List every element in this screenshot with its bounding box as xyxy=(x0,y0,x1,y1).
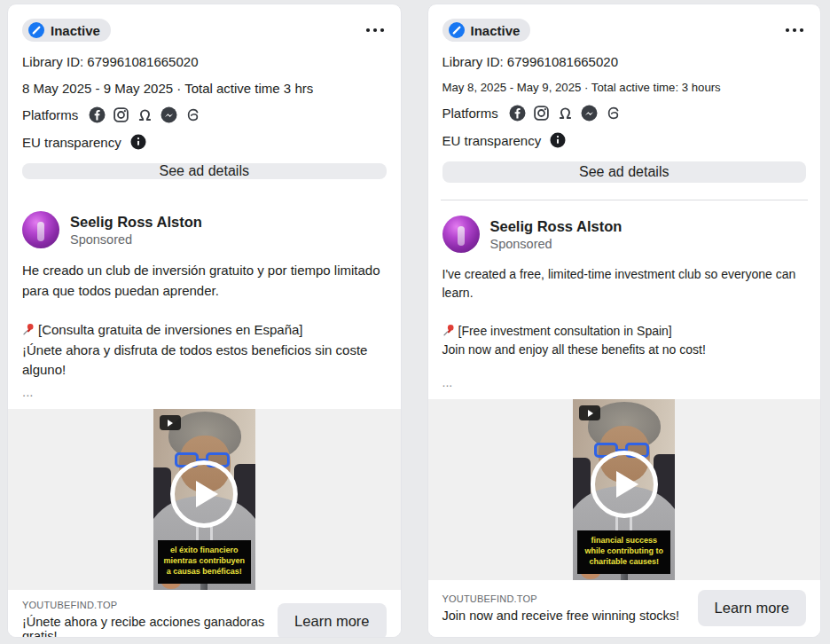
caption-line: mientras contribuyen xyxy=(160,556,249,567)
caption-line: while contributing to xyxy=(579,546,669,557)
pushpin-icon xyxy=(22,323,35,335)
ad-card: Inactive Library ID: 679961081665020 8 M… xyxy=(7,4,402,638)
pushpin-icon xyxy=(442,324,455,336)
three-dots-icon xyxy=(785,27,804,33)
ad-body-line: Join now and enjoy all these benefits at… xyxy=(442,341,807,359)
eu-transparency-row: EU transparency xyxy=(442,132,807,148)
play-button-icon[interactable] xyxy=(591,451,658,518)
learn-more-button[interactable]: Learn more xyxy=(278,603,386,638)
ad-body-paragraph: He creado un club de inversión gratuito … xyxy=(22,261,387,301)
ad-link-footer: YOUTUBEFIND.TOP ¡Únete ahora y recibe ac… xyxy=(8,590,401,638)
status-label: Inactive xyxy=(471,23,521,38)
active-dates: 8 May 2025 - 9 May 2025 · Total active t… xyxy=(22,81,387,96)
info-icon[interactable] xyxy=(550,132,566,148)
caption-line: el éxito financiero xyxy=(160,546,249,556)
more-options-button[interactable] xyxy=(364,24,387,36)
status-label: Inactive xyxy=(51,23,100,38)
card-header: Inactive Library ID: 679961081665020 May… xyxy=(428,4,821,148)
ad-body-line: ¡Únete ahora y disfruta de todos estos b… xyxy=(22,341,387,381)
caption-line: financial success xyxy=(579,536,669,546)
see-ad-details-button[interactable]: See ad details xyxy=(22,163,387,179)
threads-icon xyxy=(184,106,201,123)
sponsored-label: Sponsored xyxy=(490,237,622,251)
inactive-slash-icon xyxy=(449,22,465,38)
platforms-row: Platforms xyxy=(442,105,807,122)
status-badge: Inactive xyxy=(22,19,111,42)
link-domain: YOUTUBEFIND.TOP xyxy=(22,600,267,610)
instagram-icon xyxy=(533,105,550,122)
advertiser-avatar[interactable] xyxy=(22,211,59,248)
ad-body-text: He creado un club de inversión gratuito … xyxy=(8,258,401,409)
card-header: Inactive Library ID: 679961081665020 8 M… xyxy=(8,4,401,150)
link-headline: Join now and receive free winning stocks… xyxy=(442,609,680,623)
sponsored-label: Sponsored xyxy=(70,232,202,247)
ad-body-ellipsis: ... xyxy=(442,373,807,392)
video-thumbnail[interactable]: el éxito financiero mientras contribuyen… xyxy=(153,409,255,590)
status-badge: Inactive xyxy=(442,19,531,42)
instagram-icon xyxy=(113,106,129,123)
audience-network-icon xyxy=(137,106,153,123)
platforms-label: Platforms xyxy=(442,106,498,121)
messenger-icon xyxy=(581,105,598,122)
facebook-icon xyxy=(89,106,106,123)
advertiser-avatar[interactable] xyxy=(442,216,480,253)
inactive-slash-icon xyxy=(28,22,44,38)
platforms-label: Platforms xyxy=(22,107,78,122)
three-dots-icon xyxy=(365,27,385,33)
active-dates: May 8, 2025 - May 9, 2025 · Total active… xyxy=(442,81,807,94)
library-id: Library ID: 679961081665020 xyxy=(442,54,807,69)
eu-transparency-row: EU transparency xyxy=(22,134,387,150)
advertiser-name[interactable]: Seelig Ross Alston xyxy=(70,213,202,232)
advertiser-profile: Seelig Ross Alston Sponsored xyxy=(8,196,401,258)
ad-media-section: financial success while contributing to … xyxy=(428,399,821,580)
library-id: Library ID: 679961081665020 xyxy=(22,54,387,69)
ad-body-pin-text: [Consulta gratuita de inversiones en Esp… xyxy=(38,320,303,341)
video-thumbnail[interactable]: financial success while contributing to … xyxy=(573,399,675,580)
ad-body-paragraph: I've created a free, limited-time invest… xyxy=(442,265,807,302)
eu-transparency-label: EU transparency xyxy=(442,133,542,148)
more-options-button[interactable] xyxy=(783,24,806,36)
ad-card: Inactive Library ID: 679961081665020 May… xyxy=(427,4,822,638)
video-caption: financial success while contributing to … xyxy=(577,530,670,574)
see-ad-details-button[interactable]: See ad details xyxy=(442,161,807,183)
messenger-icon xyxy=(161,106,177,123)
ad-link-footer: YOUTUBEFIND.TOP Join now and receive fre… xyxy=(428,580,821,637)
youtube-badge-icon xyxy=(579,405,600,420)
caption-line: a causas benéficas! xyxy=(160,567,249,577)
caption-line: charitable causes! xyxy=(579,557,669,568)
ad-media-section: el éxito financiero mientras contribuyen… xyxy=(8,409,401,590)
advertiser-profile: Seelig Ross Alston Sponsored xyxy=(428,200,821,263)
eu-transparency-label: EU transparency xyxy=(22,135,121,150)
learn-more-button[interactable]: Learn more xyxy=(698,590,806,626)
link-domain: YOUTUBEFIND.TOP xyxy=(442,593,680,604)
ad-body-ellipsis: ... xyxy=(22,382,387,403)
info-icon[interactable] xyxy=(130,134,146,150)
play-button-icon[interactable] xyxy=(170,460,238,528)
threads-icon xyxy=(605,105,622,122)
link-headline: ¡Únete ahora y recibe acciones ganadoras… xyxy=(22,615,267,638)
audience-network-icon xyxy=(557,105,574,122)
ad-body-text: I've created a free, limited-time invest… xyxy=(428,263,821,399)
youtube-badge-icon xyxy=(160,415,181,430)
facebook-icon xyxy=(509,105,526,122)
ad-body-pin-text: [Free investment consultation in Spain] xyxy=(458,322,672,341)
ad-library-results: Inactive Library ID: 679961081665020 8 M… xyxy=(0,0,830,644)
platforms-row: Platforms xyxy=(22,106,387,123)
video-caption: el éxito financiero mientras contribuyen… xyxy=(158,540,251,584)
advertiser-name[interactable]: Seelig Ross Alston xyxy=(490,217,622,236)
